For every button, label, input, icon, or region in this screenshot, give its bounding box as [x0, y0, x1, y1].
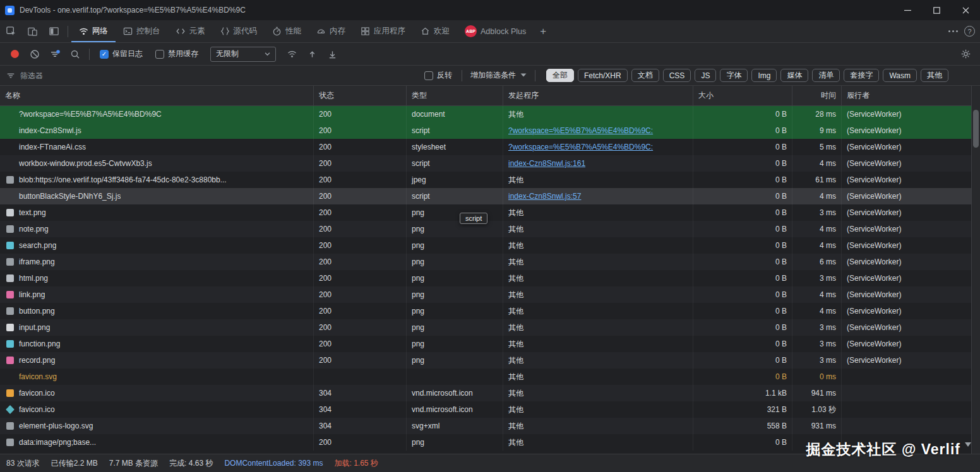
tab-memory[interactable]: 内存	[309, 20, 353, 42]
cell-initiator: 其他	[503, 286, 693, 303]
initiator-link[interactable]: ?workspace=%E5%B7%A5%E4%BD%9C:	[508, 122, 688, 139]
scrollbar-thumb[interactable]	[973, 110, 979, 148]
request-name: data:image/png;base...	[19, 434, 96, 451]
throttling-select[interactable]: 无限制	[210, 47, 276, 62]
cell-name: text.png	[0, 204, 314, 221]
initiator-text: 其他	[508, 290, 523, 299]
initiator-link[interactable]: index-Czn8Snwl.js:57	[508, 188, 688, 204]
filter-pill-all[interactable]: 全部	[546, 69, 574, 82]
invert-checkbox[interactable]	[424, 71, 433, 80]
column-header-time[interactable]: 时间	[792, 86, 842, 105]
tab-elements[interactable]: 元素	[168, 20, 213, 42]
filter-pill-font[interactable]: 字体	[720, 69, 748, 82]
table-row[interactable]: element-plus-logo.svg304svg+xml其他558 B93…	[0, 418, 980, 434]
export-har-button[interactable]	[323, 46, 342, 62]
network-conditions-button[interactable]	[282, 46, 301, 62]
cell-initiator: ?workspace=%E5%B7%A5%E4%BD%9C:	[503, 139, 693, 155]
preserve-log-checkbox[interactable]	[100, 50, 109, 59]
cell-initiator: 其他	[503, 237, 693, 254]
disable-cache-checkbox[interactable]	[155, 50, 164, 59]
settings-gear-icon[interactable]	[956, 46, 975, 62]
filter-pill-js[interactable]: JS	[695, 69, 716, 82]
cell-status: 200	[314, 172, 407, 188]
table-row[interactable]: favicon.ico304vnd.microsoft.icon其他1.1 kB…	[0, 385, 980, 401]
filter-toggle-button[interactable]	[45, 46, 64, 62]
column-header-name[interactable]: 名称	[0, 86, 314, 105]
table-row[interactable]: workbox-window.prod.es5-CwtvwXb3.js200sc…	[0, 155, 980, 172]
record-network-log-button[interactable]	[5, 46, 24, 62]
preserve-log-toggle[interactable]: 保留日志	[100, 49, 143, 59]
import-har-button[interactable]	[302, 46, 321, 62]
search-button[interactable]	[66, 46, 85, 62]
table-row[interactable]: button.png200png其他0 B4 ms(ServiceWorker)	[0, 303, 980, 319]
tab-network[interactable]: 网络	[71, 20, 116, 42]
invert-filter-toggle[interactable]: 反转	[424, 70, 452, 81]
initiator-text: 其他	[508, 323, 523, 332]
performance-icon	[272, 27, 282, 36]
filter-pill-other[interactable]: 其他	[921, 69, 948, 82]
tab-application[interactable]: 应用程序	[353, 20, 413, 42]
add-tab-button[interactable]: +	[534, 20, 553, 42]
table-row[interactable]: iframe.png200png其他0 B6 ms(ServiceWorker)	[0, 254, 980, 270]
cell-type: svg+xml	[407, 418, 503, 434]
cell-type: stylesheet	[407, 139, 503, 155]
filter-pill-fetch-xhr[interactable]: Fetch/XHR	[578, 69, 628, 82]
cell-initiator: 其他	[503, 204, 693, 221]
help-icon[interactable]: ?	[964, 26, 975, 37]
more-options-icon[interactable]	[948, 30, 958, 32]
close-button[interactable]	[951, 0, 980, 20]
table-row[interactable]: index-FTnaneAi.css200stylesheet?workspac…	[0, 139, 980, 155]
column-header-fulfilled-by[interactable]: 履行者	[842, 86, 980, 105]
column-header-type[interactable]: 类型	[407, 86, 503, 105]
filter-pill-doc[interactable]: 文档	[631, 69, 659, 82]
tab-welcome[interactable]: 欢迎	[413, 20, 457, 42]
filter-input[interactable]	[20, 71, 418, 80]
cell-name: favicon.ico	[0, 385, 314, 401]
cell-size: 0 B	[693, 303, 792, 319]
table-row[interactable]: buttonBlackStyle-DNhY6_Sj.js200scriptind…	[0, 188, 980, 204]
table-row[interactable]: record.png200png其他0 B3 ms(ServiceWorker)	[0, 352, 980, 369]
record-icon	[11, 50, 19, 58]
clear-network-log-button[interactable]	[25, 46, 44, 62]
filter-pill-manifest[interactable]: 清单	[812, 69, 840, 82]
tab-performance[interactable]: 性能	[265, 20, 309, 42]
column-header-size[interactable]: 大小	[693, 86, 792, 105]
window-title: DevTools - one.verlif.top/?workspace=%E5…	[20, 6, 246, 15]
initiator-link[interactable]: ?workspace=%E5%B7%A5%E4%BD%9C:	[508, 139, 688, 155]
cell-time: 61 ms	[792, 172, 842, 188]
tab-sources[interactable]: 源代码	[213, 20, 265, 42]
table-row[interactable]: note.png200png其他0 B4 ms(ServiceWorker)	[0, 221, 980, 237]
cell-status: 200	[314, 352, 407, 369]
table-row[interactable]: function.png200png其他0 B3 ms(ServiceWorke…	[0, 336, 980, 352]
table-row[interactable]: search.png200png其他0 B4 ms(ServiceWorker)	[0, 237, 980, 254]
filter-pill-img[interactable]: Img	[751, 69, 777, 82]
device-toolbar-icon[interactable]	[21, 20, 43, 42]
table-row[interactable]: blob:https://one.verlif.top/43ff3486-fa7…	[0, 172, 980, 188]
table-row[interactable]: ?workspace=%E5%B7%A5%E4%BD%9C200document…	[0, 106, 980, 122]
filter-pill-css[interactable]: CSS	[663, 69, 691, 82]
table-row[interactable]: link.png200png其他0 B4 ms(ServiceWorker)	[0, 286, 980, 303]
table-row[interactable]: input.png200png其他0 B3 ms(ServiceWorker)	[0, 319, 980, 336]
panel-layout-icon[interactable]	[43, 20, 64, 42]
column-header-status[interactable]: 状态	[314, 86, 407, 105]
column-header-initiator[interactable]: 发起程序	[503, 86, 693, 105]
inspect-element-icon[interactable]	[0, 20, 21, 42]
filter-pill-socket[interactable]: 套接字	[844, 69, 879, 82]
filter-pill-wasm[interactable]: Wasm	[883, 69, 917, 82]
table-row[interactable]: html.png200png其他0 B3 ms(ServiceWorker)	[0, 270, 980, 286]
minimize-button[interactable]	[893, 0, 922, 20]
divider	[89, 49, 90, 60]
cell-fulfilled-by	[842, 401, 980, 418]
more-filters-dropdown[interactable]: 增加筛选条件	[470, 70, 527, 81]
table-row[interactable]: text.png200png其他0 B3 ms(ServiceWorker)	[0, 204, 980, 221]
table-row[interactable]: favicon.svg其他0 B0 ms	[0, 369, 980, 385]
table-row[interactable]: index-Czn8Snwl.js200script?workspace=%E5…	[0, 122, 980, 139]
tab-adblock-plus[interactable]: ABPAdblock Plus	[457, 20, 534, 42]
vertical-scrollbar[interactable]	[971, 86, 980, 454]
initiator-link[interactable]: index-Czn8Snwl.js:161	[508, 155, 688, 172]
tab-console[interactable]: 控制台	[116, 20, 168, 42]
filter-pill-media[interactable]: 媒体	[780, 69, 808, 82]
disable-cache-toggle[interactable]: 禁用缓存	[155, 49, 198, 59]
maximize-button[interactable]	[922, 0, 951, 20]
table-row[interactable]: favicon.ico304vnd.microsoft.icon其他321 B1…	[0, 401, 980, 418]
